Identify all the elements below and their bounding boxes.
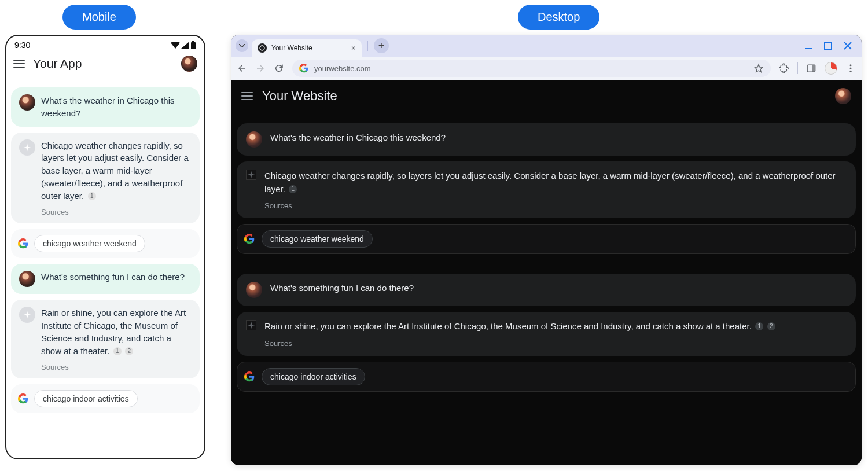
ai-avatar	[246, 170, 256, 180]
maximize-icon[interactable]	[823, 41, 833, 50]
desktop-chat: What's the weather in Chicago this weeke…	[231, 115, 862, 400]
search-suggestion-row: chicago weather weekend	[11, 229, 200, 258]
message-text: Rain or shine, you can explore the Art I…	[264, 321, 752, 331]
mobile-frame: 9:30 Your App What's the weather in Chic…	[5, 35, 205, 459]
user-message: What's something fun I can do there?	[11, 264, 200, 294]
sparkle-icon	[247, 321, 256, 330]
svg-point-7	[850, 64, 852, 66]
ai-avatar	[19, 139, 35, 156]
desktop-label: Desktop	[518, 5, 599, 30]
profile-avatar[interactable]	[835, 88, 851, 104]
bookmark-icon[interactable]	[753, 63, 764, 73]
user-avatar	[19, 271, 35, 287]
close-icon[interactable]	[843, 41, 852, 50]
tab-search-button[interactable]	[236, 39, 248, 52]
side-panel-icon[interactable]	[806, 63, 816, 73]
profile-badge[interactable]	[825, 62, 837, 75]
citation-badge[interactable]: 1	[755, 322, 763, 330]
back-icon[interactable]	[237, 63, 247, 73]
google-logo-icon	[244, 371, 255, 382]
browser-tab-strip: Your Website × +	[231, 35, 862, 57]
profile-avatar[interactable]	[181, 56, 197, 72]
extensions-icon[interactable]	[779, 63, 789, 73]
kebab-menu-icon[interactable]	[845, 63, 856, 73]
search-chip[interactable]: chicago indoor activities	[34, 390, 138, 407]
user-avatar	[19, 94, 35, 111]
citation-badge[interactable]: 2	[767, 322, 775, 330]
user-avatar	[246, 131, 262, 148]
user-message: What's something fun I can do there?	[237, 274, 856, 306]
new-tab-button[interactable]: +	[374, 38, 389, 53]
battery-icon	[190, 41, 196, 49]
sources-label[interactable]: Sources	[41, 208, 192, 216]
app-title: Your App	[33, 57, 173, 71]
mobile-label: Mobile	[62, 5, 136, 30]
svg-point-2	[260, 46, 264, 50]
sources-label[interactable]: Sources	[264, 201, 847, 210]
close-tab-icon[interactable]: ×	[351, 43, 356, 53]
google-logo-icon	[18, 238, 28, 249]
citation-badge[interactable]: 1	[88, 192, 96, 200]
ai-message: Chicago weather changes rapidly, so laye…	[11, 133, 200, 224]
forward-icon[interactable]	[255, 63, 266, 73]
message-text: Rain or shine, you can explore the Art I…	[41, 308, 186, 355]
menu-icon[interactable]	[241, 92, 253, 100]
search-suggestion-row: chicago indoor activities	[11, 384, 200, 413]
site-info-icon[interactable]	[299, 64, 308, 73]
message-text: What's something fun I can do there?	[41, 271, 185, 284]
sources-label[interactable]: Sources	[41, 363, 192, 371]
signal-icon	[181, 42, 189, 49]
search-suggestion-row: chicago indoor activities	[237, 362, 856, 392]
svg-rect-1	[192, 41, 194, 42]
status-bar: 9:30	[6, 36, 204, 52]
ai-avatar	[19, 307, 35, 323]
svg-rect-0	[191, 42, 196, 49]
google-logo-icon	[18, 393, 28, 404]
sparkle-icon	[247, 170, 256, 179]
message-text: What's something fun I can do there?	[270, 282, 847, 295]
wifi-icon	[171, 42, 180, 49]
google-logo-icon	[244, 234, 255, 244]
ai-message: Rain or shine, you can explore the Art I…	[237, 312, 856, 356]
ai-message: Chicago weather changes rapidly, so laye…	[237, 161, 856, 218]
site-viewport: Your Website What's the weather in Chica…	[231, 80, 862, 465]
browser-toolbar: yourwebsite.com	[231, 57, 862, 80]
sparkle-icon	[23, 310, 32, 319]
address-bar[interactable]: yourwebsite.com	[292, 60, 771, 77]
mobile-app-bar: Your App	[6, 52, 204, 80]
search-suggestion-row: chicago weather weekend	[237, 224, 856, 254]
tab-favicon-icon	[258, 43, 267, 53]
svg-rect-4	[825, 42, 832, 49]
user-avatar	[246, 282, 262, 298]
sources-label[interactable]: Sources	[264, 339, 847, 348]
message-text: What's the weather in Chicago this weeke…	[41, 94, 192, 120]
reload-icon[interactable]	[274, 63, 284, 73]
menu-icon[interactable]	[13, 60, 25, 68]
browser-tab[interactable]: Your Website ×	[252, 39, 362, 57]
message-text: Chicago weather changes rapidly, so laye…	[41, 141, 189, 201]
sparkle-icon	[23, 143, 32, 152]
svg-point-8	[850, 68, 852, 69]
message-text: What's the weather in Chicago this weeke…	[270, 131, 847, 145]
mobile-chat: What's the weather in Chicago this weeke…	[6, 80, 204, 420]
citation-badge[interactable]: 1	[113, 347, 122, 355]
message-text: Chicago weather changes rapidly, so laye…	[264, 171, 836, 194]
svg-rect-3	[805, 48, 812, 49]
minimize-icon[interactable]	[804, 41, 813, 50]
search-chip[interactable]: chicago indoor activities	[262, 368, 365, 385]
desktop-frame: Your Website × + yourwebsite.com	[231, 35, 862, 465]
tab-title: Your Website	[271, 44, 347, 52]
svg-point-9	[850, 71, 852, 72]
site-app-bar: Your Website	[231, 80, 862, 115]
search-chip[interactable]: chicago weather weekend	[262, 230, 373, 248]
citation-badge[interactable]: 1	[289, 185, 297, 193]
divider	[367, 41, 368, 51]
site-title: Your Website	[262, 89, 826, 104]
ai-message: Rain or shine, you can explore the Art I…	[11, 300, 200, 378]
url-text: yourwebsite.com	[314, 64, 748, 73]
user-message: What's the weather in Chicago this weeke…	[237, 123, 856, 156]
ai-avatar	[246, 320, 256, 330]
divider	[797, 62, 798, 74]
citation-badge[interactable]: 2	[125, 347, 133, 355]
search-chip[interactable]: chicago weather weekend	[34, 235, 145, 252]
